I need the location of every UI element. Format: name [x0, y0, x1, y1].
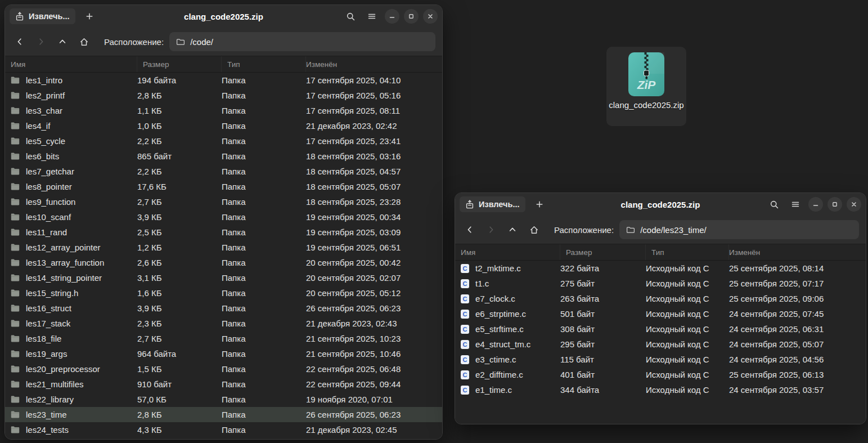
folder-icon [626, 226, 635, 234]
file-name: les22_library [26, 395, 74, 404]
file-type: Папка [222, 106, 306, 115]
file-modified: 26 сентября 2025, 06:23 [306, 303, 442, 313]
extract-button[interactable]: Извлечь... [10, 8, 75, 24]
file-name: e6_strptime.c [475, 309, 526, 319]
table-row[interactable]: Ce2_difftime.c401 байтИсходный код C25 с… [455, 367, 866, 382]
file-list: Ct2_mktime.c322 байтаИсходный код C25 се… [455, 261, 866, 424]
file-name: les13_array_function [26, 258, 104, 267]
file-size: 964 байта [137, 349, 222, 359]
file-name: les9_function [26, 197, 75, 207]
table-row[interactable]: les13_array_function2,6 КБПапка20 сентяб… [5, 255, 442, 270]
table-row[interactable]: les11_rand2,5 КБПапка19 сентября 2025, 0… [5, 225, 442, 240]
file-size: 3,1 КБ [137, 273, 222, 283]
extract-button[interactable]: Извлечь... [460, 196, 525, 212]
search-button[interactable] [766, 196, 782, 213]
c-file-icon: C [461, 264, 469, 273]
back-button[interactable] [11, 33, 29, 50]
column-header-name[interactable]: Имя [455, 244, 560, 260]
table-row[interactable]: les5_cycle2,2 КБПапка17 сентября 2025, 2… [5, 133, 442, 149]
table-row[interactable]: Ce5_strftime.c308 байтИсходный код C24 с… [455, 321, 866, 337]
table-row[interactable]: les16_struct3,9 КБПапка26 сентября 2025,… [5, 301, 442, 316]
column-header-size[interactable]: Размер [137, 56, 222, 72]
menu-button[interactable] [363, 8, 380, 25]
menu-button[interactable] [787, 196, 804, 213]
table-row[interactable]: les23_time2,8 КБПапка26 сентября 2025, 0… [5, 407, 442, 422]
table-row[interactable]: les2_printf2,8 КБПапка17 сентября 2025, … [5, 88, 442, 103]
table-row[interactable]: Ce6_strptime.c501 байтИсходный код C24 с… [455, 306, 866, 321]
folder-icon [11, 305, 20, 312]
table-row[interactable]: les3_char1,1 КБПапка17 сентября 2025, 08… [5, 103, 442, 118]
column-header-size[interactable]: Размер [560, 244, 646, 260]
table-row[interactable]: Ce7_clock.c263 байтаИсходный код C25 сен… [455, 291, 866, 306]
minimize-button[interactable] [808, 197, 823, 212]
table-row[interactable]: les17_stack2,3 КБПапка21 декабря 2023, 0… [5, 316, 442, 331]
file-name: les5_cycle [26, 136, 65, 146]
table-row[interactable]: Ce4_struct_tm.c295 байтИсходный код C24 … [455, 337, 866, 352]
table-row[interactable]: les7_getchar2,2 КБПапка18 сентября 2025,… [5, 164, 442, 179]
table-row[interactable]: les10_scanf3,9 КБПапка19 сентября 2025, … [5, 209, 442, 225]
table-row[interactable]: Ct1.c275 байтИсходный код C25 сентября 2… [455, 276, 866, 291]
table-row[interactable]: les20_preprocessor1,5 КБПапка22 сентября… [5, 361, 442, 377]
file-modified: 21 сентября 2025, 10:46 [306, 349, 442, 359]
maximize-button[interactable] [827, 197, 842, 212]
column-header-modified[interactable]: Изменён [306, 56, 442, 72]
column-header-name[interactable]: Имя [5, 56, 137, 72]
table-row[interactable]: Ct2_mktime.c322 байтаИсходный код C25 се… [455, 261, 866, 276]
file-modified: 18 сентября 2025, 04:57 [306, 167, 442, 176]
location-input[interactable]: /code/les23_time/ [619, 220, 859, 239]
column-header-type[interactable]: Тип [646, 244, 729, 260]
close-button[interactable] [847, 197, 861, 212]
new-tab-button[interactable] [531, 196, 548, 213]
file-modified: 20 сентября 2025, 02:07 [306, 273, 442, 283]
file-size: 115 байт [560, 355, 646, 364]
file-modified: 24 сентября 2025, 04:56 [729, 355, 866, 364]
folder-icon [11, 213, 20, 221]
maximize-button[interactable] [404, 9, 419, 24]
table-row[interactable]: les6_bits865 байтПапка18 сентября 2025, … [5, 149, 442, 164]
file-size: 2,8 КБ [137, 91, 222, 100]
minimize-button[interactable] [385, 9, 399, 24]
back-button[interactable] [461, 221, 479, 238]
table-row[interactable]: les21_multifiles910 байтПапка22 сентября… [5, 377, 442, 392]
column-header-type[interactable]: Тип [222, 56, 306, 72]
search-icon [770, 200, 779, 209]
location-input[interactable]: /code/ [169, 32, 435, 51]
table-row[interactable]: Ce1_time.c344 байтаИсходный код C24 сент… [455, 382, 866, 397]
new-tab-button[interactable] [81, 8, 98, 25]
table-row[interactable]: les1_intro194 байтаПапка17 сентября 2025… [5, 73, 442, 88]
table-row[interactable]: les19_args964 байтаПапка21 сентября 2025… [5, 346, 442, 361]
home-button[interactable] [525, 221, 543, 238]
close-button[interactable] [423, 9, 438, 24]
table-row[interactable]: les22_library57,0 КБПапка19 ноября 2020,… [5, 392, 442, 407]
navigation-toolbar: Расположение: /code/ [5, 28, 442, 56]
file-modified: 24 сентября 2025, 03:57 [729, 385, 866, 395]
archive-manager-window-right: Извлечь... clang_code2025.zip [455, 193, 866, 424]
table-row[interactable]: les9_function2,7 КБПапка18 сентября 2025… [5, 194, 442, 209]
table-row[interactable]: les8_pointer17,6 КБПапка18 сентября 2025… [5, 179, 442, 194]
file-name: les1_intro [26, 75, 62, 85]
file-size: 275 байт [560, 279, 646, 288]
file-modified: 19 ноября 2020, 07:01 [306, 395, 442, 404]
home-button[interactable] [75, 33, 93, 50]
up-button[interactable] [53, 33, 71, 50]
table-row[interactable]: les18_file2,7 КБПапка21 сентября 2025, 1… [5, 331, 442, 346]
table-row[interactable]: les15_string.h1,6 КБПапка20 сентября 202… [5, 285, 442, 301]
file-name: les8_pointer [26, 182, 72, 191]
table-row[interactable]: les14_string_pointer3,1 КБПапка20 сентяб… [5, 270, 442, 285]
search-button[interactable] [342, 8, 359, 25]
table-row[interactable]: les24_tests4,3 КБПапка21 декабря 2023, 0… [5, 422, 442, 437]
file-size: 2,3 КБ [137, 319, 222, 328]
file-type: Исходный код C [646, 324, 729, 334]
table-row[interactable]: Ce3_ctime.c115 байтИсходный код C24 сент… [455, 352, 866, 367]
desktop-zip-file[interactable]: ZiP clang_code2025.zip [606, 47, 686, 126]
file-size: 401 байт [560, 370, 646, 379]
up-button[interactable] [503, 221, 521, 238]
forward-button[interactable] [482, 221, 500, 238]
file-size: 1,5 КБ [137, 364, 222, 374]
table-row[interactable]: les12_array_pointer1,2 КБПапка19 сентябр… [5, 240, 442, 255]
forward-button[interactable] [32, 33, 50, 50]
table-row[interactable]: les4_if1,0 КБПапка21 декабря 2023, 02:42 [5, 118, 442, 133]
location-value: /code/ [190, 37, 213, 47]
file-type: Папка [222, 379, 306, 389]
column-header-modified[interactable]: Изменён [729, 244, 866, 260]
